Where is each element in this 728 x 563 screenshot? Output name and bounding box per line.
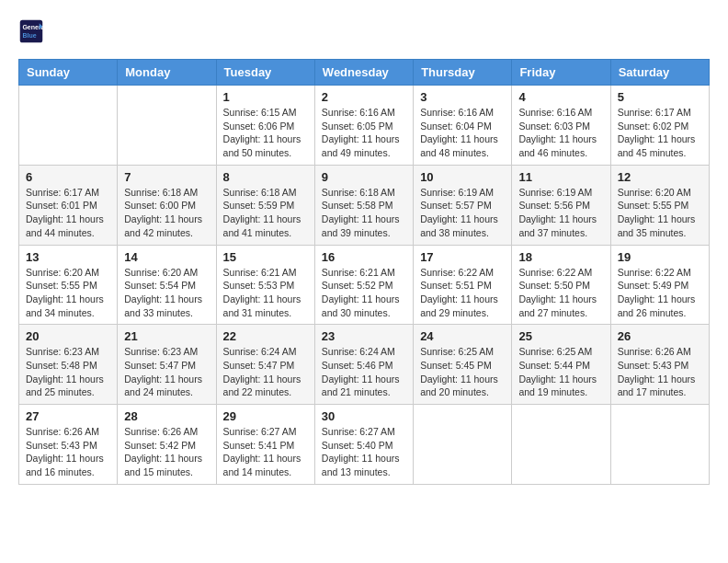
day-number: 29 [223,409,308,423]
week-row-3: 13Sunrise: 6:20 AM Sunset: 5:55 PM Dayli… [19,245,710,325]
day-number: 12 [618,170,702,184]
day-info: Sunrise: 6:25 AM Sunset: 5:45 PM Dayligh… [420,345,505,399]
day-info: Sunrise: 6:26 AM Sunset: 5:43 PM Dayligh… [26,425,110,479]
day-info: Sunrise: 6:23 AM Sunset: 5:48 PM Dayligh… [26,345,110,399]
day-info: Sunrise: 6:18 AM Sunset: 5:58 PM Dayligh… [322,186,406,240]
day-cell: 26Sunrise: 6:26 AM Sunset: 5:43 PM Dayli… [610,325,709,405]
day-cell: 21Sunrise: 6:23 AM Sunset: 5:47 PM Dayli… [118,325,216,405]
day-info: Sunrise: 6:18 AM Sunset: 6:00 PM Dayligh… [124,186,209,240]
logo: General Blue [18,18,48,44]
day-number: 26 [618,329,702,343]
day-number: 13 [26,250,110,264]
day-number: 1 [223,90,308,104]
day-info: Sunrise: 6:19 AM Sunset: 5:56 PM Dayligh… [518,186,603,240]
day-info: Sunrise: 6:17 AM Sunset: 6:02 PM Dayligh… [618,106,702,160]
day-cell: 20Sunrise: 6:23 AM Sunset: 5:48 PM Dayli… [19,325,118,405]
day-cell [414,405,512,485]
day-number: 15 [223,250,308,264]
day-info: Sunrise: 6:27 AM Sunset: 5:41 PM Dayligh… [223,425,308,479]
day-cell: 25Sunrise: 6:25 AM Sunset: 5:44 PM Dayli… [512,325,610,405]
day-cell: 12Sunrise: 6:20 AM Sunset: 5:55 PM Dayli… [610,165,709,245]
day-number: 28 [124,409,209,423]
day-cell: 16Sunrise: 6:21 AM Sunset: 5:52 PM Dayli… [314,245,413,325]
logo-icon: General Blue [18,18,44,44]
day-cell: 22Sunrise: 6:24 AM Sunset: 5:47 PM Dayli… [216,325,314,405]
day-cell: 8Sunrise: 6:18 AM Sunset: 5:59 PM Daylig… [216,165,314,245]
day-cell: 11Sunrise: 6:19 AM Sunset: 5:56 PM Dayli… [512,165,610,245]
day-info: Sunrise: 6:20 AM Sunset: 5:54 PM Dayligh… [124,266,209,320]
day-number: 24 [420,329,505,343]
day-info: Sunrise: 6:15 AM Sunset: 6:06 PM Dayligh… [223,106,308,160]
day-number: 4 [518,90,603,104]
day-number: 6 [26,170,110,184]
day-header-thursday: Thursday [414,60,512,86]
day-cell [118,86,216,166]
day-info: Sunrise: 6:20 AM Sunset: 5:55 PM Dayligh… [26,266,110,320]
day-info: Sunrise: 6:16 AM Sunset: 6:04 PM Dayligh… [420,106,505,160]
day-info: Sunrise: 6:21 AM Sunset: 5:52 PM Dayligh… [322,266,406,320]
day-cell: 7Sunrise: 6:18 AM Sunset: 6:00 PM Daylig… [118,165,216,245]
day-number: 19 [618,250,702,264]
day-number: 11 [518,170,603,184]
week-row-1: 1Sunrise: 6:15 AM Sunset: 6:06 PM Daylig… [19,86,710,166]
day-number: 22 [223,329,308,343]
svg-text:Blue: Blue [22,32,36,39]
day-cell: 3Sunrise: 6:16 AM Sunset: 6:04 PM Daylig… [414,86,512,166]
day-info: Sunrise: 6:22 AM Sunset: 5:51 PM Dayligh… [420,266,505,320]
day-cell: 13Sunrise: 6:20 AM Sunset: 5:55 PM Dayli… [19,245,118,325]
day-info: Sunrise: 6:20 AM Sunset: 5:55 PM Dayligh… [618,186,702,240]
day-header-tuesday: Tuesday [216,60,314,86]
day-number: 5 [618,90,702,104]
day-cell: 5Sunrise: 6:17 AM Sunset: 6:02 PM Daylig… [610,86,709,166]
day-cell: 4Sunrise: 6:16 AM Sunset: 6:03 PM Daylig… [512,86,610,166]
day-header-monday: Monday [118,60,216,86]
day-number: 18 [518,250,603,264]
day-cell [610,405,709,485]
day-info: Sunrise: 6:24 AM Sunset: 5:46 PM Dayligh… [322,345,406,399]
day-cell: 1Sunrise: 6:15 AM Sunset: 6:06 PM Daylig… [216,86,314,166]
day-cell: 6Sunrise: 6:17 AM Sunset: 6:01 PM Daylig… [19,165,118,245]
week-row-4: 20Sunrise: 6:23 AM Sunset: 5:48 PM Dayli… [19,325,710,405]
day-number: 21 [124,329,209,343]
day-number: 7 [124,170,209,184]
day-info: Sunrise: 6:25 AM Sunset: 5:44 PM Dayligh… [518,345,603,399]
day-info: Sunrise: 6:24 AM Sunset: 5:47 PM Dayligh… [223,345,308,399]
day-cell: 17Sunrise: 6:22 AM Sunset: 5:51 PM Dayli… [414,245,512,325]
day-cell: 27Sunrise: 6:26 AM Sunset: 5:43 PM Dayli… [19,405,118,485]
day-number: 3 [420,90,505,104]
day-number: 20 [26,329,110,343]
day-number: 25 [518,329,603,343]
day-number: 9 [322,170,406,184]
day-info: Sunrise: 6:21 AM Sunset: 5:53 PM Dayligh… [223,266,308,320]
page-header: General Blue [18,18,710,44]
day-cell: 18Sunrise: 6:22 AM Sunset: 5:50 PM Dayli… [512,245,610,325]
day-header-saturday: Saturday [610,60,709,86]
day-cell: 9Sunrise: 6:18 AM Sunset: 5:58 PM Daylig… [314,165,413,245]
day-number: 30 [322,409,406,423]
day-cell: 14Sunrise: 6:20 AM Sunset: 5:54 PM Dayli… [118,245,216,325]
day-cell: 29Sunrise: 6:27 AM Sunset: 5:41 PM Dayli… [216,405,314,485]
day-number: 27 [26,409,110,423]
day-number: 2 [322,90,406,104]
day-number: 17 [420,250,505,264]
week-row-2: 6Sunrise: 6:17 AM Sunset: 6:01 PM Daylig… [19,165,710,245]
day-info: Sunrise: 6:17 AM Sunset: 6:01 PM Dayligh… [26,186,110,240]
day-cell: 19Sunrise: 6:22 AM Sunset: 5:49 PM Dayli… [610,245,709,325]
day-header-wednesday: Wednesday [314,60,413,86]
day-cell [512,405,610,485]
day-cell: 28Sunrise: 6:26 AM Sunset: 5:42 PM Dayli… [118,405,216,485]
calendar: SundayMondayTuesdayWednesdayThursdayFrid… [18,59,710,485]
day-info: Sunrise: 6:16 AM Sunset: 6:05 PM Dayligh… [322,106,406,160]
day-number: 16 [322,250,406,264]
day-cell [19,86,118,166]
day-cell: 23Sunrise: 6:24 AM Sunset: 5:46 PM Dayli… [314,325,413,405]
day-cell: 15Sunrise: 6:21 AM Sunset: 5:53 PM Dayli… [216,245,314,325]
day-info: Sunrise: 6:27 AM Sunset: 5:40 PM Dayligh… [322,425,406,479]
day-info: Sunrise: 6:26 AM Sunset: 5:43 PM Dayligh… [618,345,702,399]
day-info: Sunrise: 6:18 AM Sunset: 5:59 PM Dayligh… [223,186,308,240]
calendar-header-row: SundayMondayTuesdayWednesdayThursdayFrid… [19,60,710,86]
day-header-friday: Friday [512,60,610,86]
day-info: Sunrise: 6:22 AM Sunset: 5:49 PM Dayligh… [618,266,702,320]
day-info: Sunrise: 6:26 AM Sunset: 5:42 PM Dayligh… [124,425,209,479]
day-cell: 2Sunrise: 6:16 AM Sunset: 6:05 PM Daylig… [314,86,413,166]
